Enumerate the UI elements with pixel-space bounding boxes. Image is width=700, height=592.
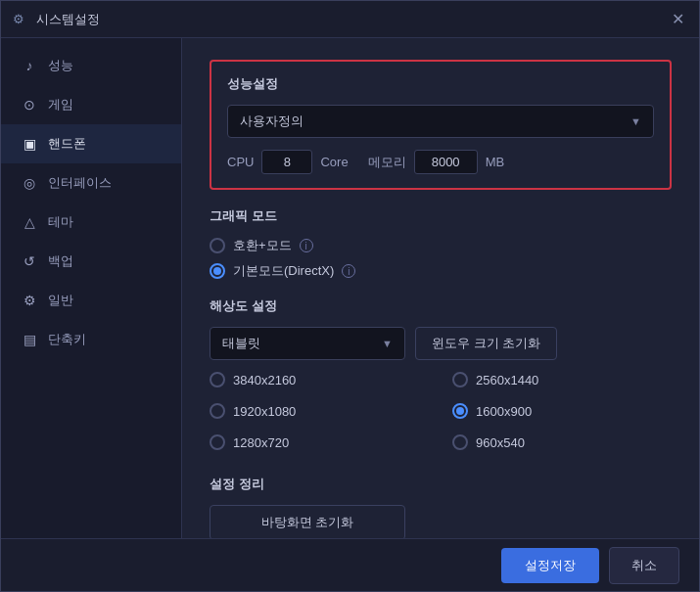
sidebar-label-performance: 성능 — [48, 57, 73, 74]
radio-2560[interactable] — [452, 372, 468, 387]
window-reset-button[interactable]: 윈도우 크기 초기화 — [415, 327, 557, 360]
preset-value: 사용자정의 — [240, 113, 303, 130]
cleanup-title: 설정 정리 — [210, 476, 672, 493]
radio-row-compatible: 호환+모드 i — [210, 237, 672, 254]
sidebar-item-shortcut[interactable]: ▤ 단축키 — [1, 320, 181, 359]
performance-icon: ♪ — [21, 58, 38, 73]
radio-3840[interactable] — [210, 372, 225, 387]
cpu-label: CPU — [227, 155, 254, 169]
sidebar: ♪ 성능 ⊙ 게임 ▣ 핸드폰 ◎ 인터페이스 △ 테마 ↺ 백업 — [1, 38, 182, 538]
res-chevron-down-icon: ▼ — [382, 338, 393, 349]
sidebar-item-interface[interactable]: ◎ 인터페이스 — [1, 163, 181, 203]
settings-icon: ⚙ — [13, 12, 28, 27]
phone-icon: ▣ — [21, 136, 38, 152]
resolution-preset-select[interactable]: 태블릿 ▼ — [210, 327, 405, 360]
radio-label-1280: 1280x720 — [233, 435, 289, 450]
radio-row-1920: 1920x1080 — [210, 403, 429, 419]
resolution-title: 해상도 설정 — [210, 297, 672, 315]
preset-select[interactable]: 사용자정의 ▼ — [227, 105, 654, 138]
backup-icon: ↺ — [21, 253, 38, 269]
radio-row-2560: 2560x1440 — [452, 372, 672, 387]
memory-label: 메모리 — [368, 154, 406, 171]
window-title: 시스템설정 — [36, 11, 668, 28]
close-button[interactable]: ✕ — [668, 10, 687, 29]
sidebar-label-phone: 핸드폰 — [48, 135, 86, 153]
radio-compatible[interactable] — [210, 238, 225, 253]
radio-row-1600: 1600x900 — [452, 403, 672, 419]
cleanup-section: 설정 정리 바탕화면 초기화 — [210, 476, 672, 538]
resolution-grid: 3840x2160 2560x1440 1920x1080 1600x900 — [210, 372, 672, 458]
general-icon: ⚙ — [21, 293, 38, 308]
radio-label-960: 960x540 — [476, 435, 525, 450]
sidebar-item-game[interactable]: ⊙ 게임 — [1, 85, 181, 124]
performance-settings-box: 성능설정 사용자정의 ▼ CPU Core 메모리 MB — [210, 60, 672, 190]
radio-row-1280: 1280x720 — [210, 434, 429, 450]
core-label: Core — [320, 155, 348, 169]
sidebar-item-backup[interactable]: ↺ 백업 — [1, 242, 181, 281]
radio-label-compatible: 호환+모드 — [233, 237, 292, 254]
cleanup-button[interactable]: 바탕화면 초기화 — [210, 505, 405, 538]
info-icon-basic[interactable]: i — [342, 264, 355, 278]
chevron-down-icon: ▼ — [630, 115, 641, 127]
sidebar-item-general[interactable]: ⚙ 일반 — [1, 281, 181, 320]
theme-icon: △ — [21, 214, 38, 230]
sidebar-item-performance[interactable]: ♪ 성능 — [1, 46, 181, 85]
sidebar-label-general: 일반 — [48, 292, 73, 309]
resolution-header-row: 태블릿 ▼ 윈도우 크기 초기화 — [210, 327, 672, 360]
sidebar-item-theme[interactable]: △ 테마 — [1, 203, 181, 242]
sidebar-label-game: 게임 — [48, 96, 73, 114]
resolution-preset-value: 태블릿 — [222, 335, 260, 352]
radio-row-960: 960x540 — [452, 434, 672, 450]
interface-icon: ◎ — [21, 175, 38, 191]
graphic-mode-section: 그래픽 모드 호환+모드 i 기본모드(DirectX) i — [210, 207, 672, 280]
radio-label-2560: 2560x1440 — [476, 373, 538, 387]
preset-select-row: 사용자정의 ▼ — [227, 105, 654, 138]
info-icon-compatible[interactable]: i — [300, 239, 313, 252]
main-panel: 성능설정 사용자정의 ▼ CPU Core 메모리 MB — [182, 38, 699, 538]
sidebar-label-backup: 백업 — [48, 252, 73, 270]
radio-label-1600: 1600x900 — [476, 404, 532, 419]
cpu-memory-row: CPU Core 메모리 MB — [227, 150, 654, 174]
radio-label-basic: 기본모드(DirectX) — [233, 262, 334, 280]
main-window: ⚙ 시스템설정 ✕ ♪ 성능 ⊙ 게임 ▣ 핸드폰 ◎ 인터페이스 △ — [0, 0, 700, 592]
cpu-input[interactable] — [261, 150, 312, 174]
content-area: ♪ 성능 ⊙ 게임 ▣ 핸드폰 ◎ 인터페이스 △ 테마 ↺ 백업 — [1, 38, 699, 538]
memory-input[interactable] — [414, 150, 478, 174]
shortcut-icon: ▤ — [21, 332, 38, 347]
radio-1920[interactable] — [210, 403, 225, 419]
radio-row-basic: 기본모드(DirectX) i — [210, 262, 672, 280]
radio-row-3840: 3840x2160 — [210, 372, 429, 387]
sidebar-label-interface: 인터페이스 — [48, 174, 112, 192]
save-button[interactable]: 설정저장 — [501, 548, 599, 583]
footer: 설정저장 취소 — [1, 538, 699, 591]
sidebar-label-theme: 테마 — [48, 213, 73, 231]
mb-label: MB — [486, 155, 505, 169]
perf-title: 성능설정 — [227, 75, 654, 93]
titlebar: ⚙ 시스템설정 ✕ — [1, 1, 699, 38]
radio-960[interactable] — [452, 434, 468, 450]
cancel-button[interactable]: 취소 — [609, 547, 679, 584]
radio-label-1920: 1920x1080 — [233, 404, 296, 419]
sidebar-label-shortcut: 단축키 — [48, 331, 86, 348]
graphic-title: 그래픽 모드 — [210, 207, 672, 225]
radio-label-3840: 3840x2160 — [233, 373, 296, 387]
radio-basic[interactable] — [210, 263, 225, 279]
game-icon: ⊙ — [21, 97, 38, 113]
sidebar-item-phone[interactable]: ▣ 핸드폰 — [1, 124, 181, 163]
radio-1600[interactable] — [452, 403, 468, 419]
resolution-section: 해상도 설정 태블릿 ▼ 윈도우 크기 초기화 3840x2160 — [210, 297, 672, 458]
radio-1280[interactable] — [210, 434, 225, 450]
